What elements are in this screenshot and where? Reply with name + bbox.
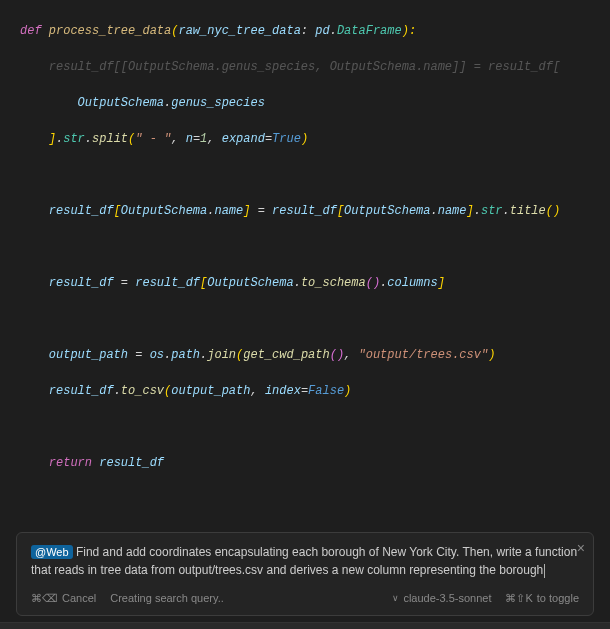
section-separator [0, 622, 610, 629]
model-selector[interactable]: ∨ claude-3.5-sonnet [392, 589, 491, 607]
prompt-text: Find and add coordinates encapsulating e… [31, 545, 577, 577]
inline-prompt-box[interactable]: × @Web Find and add coordinates encapsul… [16, 532, 594, 616]
code-line: result_df[OutputSchema.name] = result_df… [20, 202, 610, 220]
code-line: OutputSchema.genus_species [20, 94, 610, 112]
prompt-footer: ⌘⌫ Cancel Creating search query.. ∨ clau… [31, 589, 579, 607]
code-line: result_df = result_df[OutputSchema.to_sc… [20, 274, 610, 292]
close-icon[interactable]: × [577, 539, 585, 557]
web-mention-chip[interactable]: @Web [31, 545, 73, 559]
cancel-button[interactable]: ⌘⌫ Cancel [31, 589, 96, 607]
code-line: return result_df [20, 454, 610, 472]
toggle-hint: ⌘⇧K to toggle [505, 589, 579, 607]
prompt-input[interactable]: @Web Find and add coordinates encapsulat… [31, 543, 579, 579]
code-line: ].str.split(" - ", n=1, expand=True) [20, 130, 610, 148]
code-line: output_path = os.path.join(get_cwd_path(… [20, 346, 610, 364]
code-line-faded: result_df[[OutputSchema.genus_species, O… [20, 58, 610, 76]
code-line: result_df.to_csv(output_path, index=Fals… [20, 382, 610, 400]
status-text: Creating search query.. [110, 589, 224, 607]
code-line: def process_tree_data(raw_nyc_tree_data:… [20, 22, 610, 40]
code-editor-top[interactable]: def process_tree_data(raw_nyc_tree_data:… [0, 0, 610, 526]
text-cursor [544, 564, 545, 578]
